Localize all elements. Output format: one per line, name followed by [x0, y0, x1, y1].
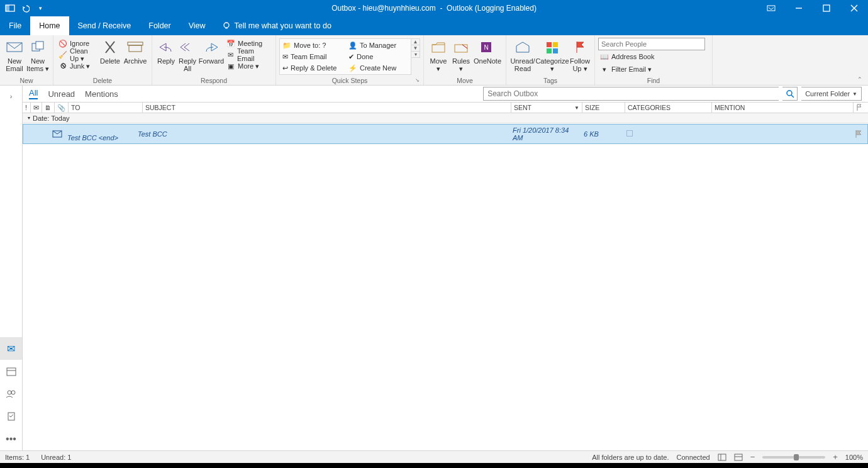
nav-tasks-icon[interactable]: [0, 405, 22, 428]
search-scope-dropdown[interactable]: Current Folder▼: [801, 87, 862, 101]
col-icon-icon[interactable]: 🗎: [42, 103, 54, 113]
expand-folder-pane-icon[interactable]: ›: [0, 86, 22, 107]
quick-step-moveto[interactable]: 📁Move to: ?: [281, 40, 347, 51]
archive-button[interactable]: Archive: [122, 36, 148, 65]
unread-read-button[interactable]: Unread/ Read: [509, 36, 536, 72]
zoom-out-icon[interactable]: −: [750, 452, 755, 462]
collapse-ribbon-icon[interactable]: ⌃: [855, 75, 864, 84]
search-people-input[interactable]: [598, 38, 705, 50]
onenote-button[interactable]: N OneNote: [472, 36, 503, 65]
svg-point-7: [224, 23, 229, 28]
svg-rect-1: [6, 5, 9, 11]
tell-me-search[interactable]: Tell me what you want to do: [214, 16, 339, 35]
group-tags: Unread/ Read Categorize ▾ Follow Up ▾ Ta…: [506, 35, 595, 85]
follow-up-button[interactable]: Follow Up ▾: [569, 36, 591, 72]
undo-icon[interactable]: [20, 3, 30, 13]
tab-view[interactable]: View: [180, 16, 214, 35]
respond-more-button[interactable]: ▣More ▾: [225, 60, 272, 72]
clean-up-button[interactable]: 🧹Clean Up ▾: [57, 49, 98, 60]
nav-calendar-icon[interactable]: [0, 360, 22, 382]
delete-button[interactable]: Delete: [98, 36, 122, 65]
rules-button[interactable]: Rules ▾: [450, 36, 472, 72]
ribbon-display-icon[interactable]: [757, 0, 785, 16]
group-label-find: Find: [595, 77, 712, 84]
col-sent[interactable]: SENT▼: [511, 103, 582, 113]
svg-rect-21: [553, 42, 558, 47]
nav-people-icon[interactable]: [0, 382, 22, 405]
svg-rect-16: [432, 45, 445, 52]
title-app: Outlook (Logging Enabled): [447, 4, 537, 13]
group-header-today[interactable]: ▾ Date: Today: [23, 113, 868, 123]
move-button[interactable]: Move ▾: [427, 36, 450, 72]
quick-step-tomanager[interactable]: 👤To Manager: [347, 40, 406, 51]
quick-step-create[interactable]: ⚡Create New: [347, 62, 406, 74]
col-importance-icon[interactable]: !: [23, 103, 30, 113]
tab-send-receive[interactable]: Send / Receive: [69, 16, 140, 35]
group-respond: Reply Reply All Forward 📅Meeting ✉Team E…: [152, 35, 276, 85]
message-row[interactable]: Test BCC <end> Test BCC Fri 1/20/2017 8:…: [23, 124, 868, 144]
col-categories[interactable]: CATEGORIES: [625, 103, 711, 113]
svg-rect-34: [735, 454, 742, 460]
address-book-button[interactable]: 📖Address Book: [598, 50, 709, 63]
status-connected: Connected: [676, 454, 709, 461]
nav-mail-icon[interactable]: ✉: [0, 337, 22, 360]
column-headers: ! ✉ 🗎 📎 TO SUBJECT SENT▼ SIZE CATEGORIES…: [23, 102, 868, 113]
tab-file[interactable]: File: [0, 16, 30, 35]
search-icon[interactable]: [782, 87, 798, 101]
nav-more-icon[interactable]: •••: [0, 428, 22, 450]
categorize-button[interactable]: Categorize ▾: [536, 36, 569, 72]
chevron-down-icon[interactable]: ▼: [411, 45, 420, 52]
more-icon: ▣: [226, 62, 235, 70]
tab-folder[interactable]: Folder: [140, 16, 179, 35]
quick-steps-scrollbar[interactable]: ▲ ▼ ▾: [411, 38, 420, 58]
zoom-in-icon[interactable]: +: [833, 452, 838, 462]
book-icon: 📖: [600, 52, 609, 61]
team-email-button[interactable]: ✉Team Email: [225, 49, 272, 60]
check-icon: ✔: [348, 53, 354, 61]
msg-size: 6 KB: [581, 130, 624, 138]
group-label-quick-steps: Quick Steps: [276, 77, 423, 84]
col-to[interactable]: TO: [68, 103, 142, 113]
quick-steps-gallery[interactable]: 📁Move to: ? 👤To Manager ✉Team Email ✔Don…: [279, 38, 411, 75]
app-icon: [5, 3, 15, 13]
quick-step-done[interactable]: ✔Done: [347, 51, 406, 62]
filter-mentions[interactable]: Mentions: [85, 89, 118, 99]
outgoing-mail-icon: [52, 130, 62, 138]
folder-move-icon: 📁: [282, 42, 291, 50]
reply-button[interactable]: Reply: [155, 36, 177, 65]
col-attachment-icon[interactable]: 📎: [54, 103, 68, 113]
junk-button[interactable]: 🛇Junk ▾: [57, 60, 98, 72]
svg-rect-23: [553, 48, 558, 53]
col-subject[interactable]: SUBJECT: [142, 103, 511, 113]
minimize-icon[interactable]: [785, 0, 813, 16]
expand-gallery-icon[interactable]: ▾: [411, 52, 420, 57]
view-normal-icon[interactable]: [718, 454, 726, 461]
col-mention[interactable]: MENTION: [711, 103, 853, 113]
new-items-button[interactable]: New Items ▾: [26, 36, 50, 72]
new-email-button[interactable]: New Email: [3, 36, 26, 72]
quick-steps-dialog-launcher-icon[interactable]: ↘: [415, 77, 421, 84]
tab-home[interactable]: Home: [30, 16, 69, 35]
reply-all-button[interactable]: Reply All: [177, 36, 198, 72]
maximize-icon[interactable]: [813, 0, 840, 16]
col-size[interactable]: SIZE: [582, 103, 625, 113]
msg-sent: Fri 1/20/2017 8:34 AM: [510, 126, 581, 142]
col-flag-icon[interactable]: [853, 103, 868, 113]
filter-all[interactable]: All: [29, 88, 38, 99]
quick-step-team[interactable]: ✉Team Email: [281, 51, 347, 62]
group-label-delete: Delete: [53, 77, 152, 84]
filter-email-button[interactable]: ▾Filter Email ▾: [598, 63, 709, 75]
view-reading-icon[interactable]: [734, 454, 743, 461]
qat-customize-icon[interactable]: ▾: [35, 3, 45, 13]
close-icon[interactable]: [840, 0, 868, 16]
chevron-up-icon[interactable]: ▲: [411, 39, 420, 45]
quick-step-replydel[interactable]: ↩Reply & Delete: [281, 62, 347, 74]
zoom-slider[interactable]: [762, 456, 825, 459]
forward-button[interactable]: Forward: [198, 36, 225, 65]
search-outbox-input[interactable]: [483, 87, 779, 101]
col-reminder-icon[interactable]: ✉: [30, 103, 42, 113]
msg-flag-icon[interactable]: [852, 130, 867, 138]
list-view-filters: All Unread Mentions Current Folder▼: [23, 86, 868, 102]
group-delete: 🚫Ignore 🧹Clean Up ▾ 🛇Junk ▾ Delete Archi…: [53, 35, 152, 85]
filter-unread[interactable]: Unread: [48, 89, 75, 99]
